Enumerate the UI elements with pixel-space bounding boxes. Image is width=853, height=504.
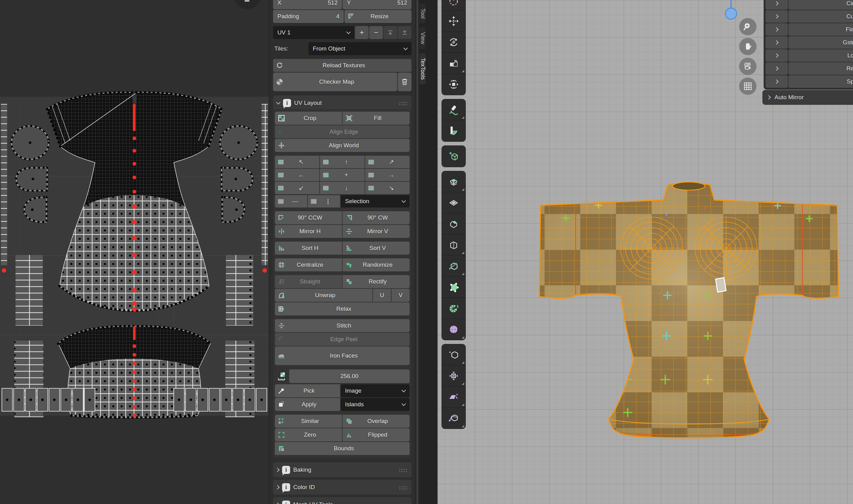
knife-tool[interactable] [442, 256, 465, 277]
texel-density-field[interactable]: 256.00 [289, 370, 410, 383]
pan-button[interactable] [739, 38, 757, 55]
section-uv-layout[interactable]: i UV Layout [273, 95, 411, 110]
shrink-fatten-tool[interactable] [442, 365, 465, 386]
list-item[interactable]: Re [765, 62, 853, 75]
drag-grip-icon[interactable] [398, 485, 408, 489]
section-color-id[interactable]: i Color ID [273, 480, 411, 495]
poly-build-tool[interactable] [442, 277, 465, 298]
panel-scrollbar[interactable] [415, 0, 420, 504]
resize-button[interactable]: Resize [344, 10, 411, 23]
centralize-button[interactable]: Centralize [275, 258, 342, 271]
pick-button[interactable]: Pick [275, 384, 340, 397]
align-right-button[interactable]: → [365, 169, 410, 181]
loop-cut-tool[interactable] [442, 234, 465, 256]
iron-faces-button[interactable]: Iron Faces [275, 346, 410, 365]
checker-map-button[interactable]: Checker Map [273, 73, 397, 91]
transform-tool[interactable] [442, 74, 465, 95]
straight-button[interactable]: Straight [275, 275, 342, 288]
uv-map-add-button[interactable]: + [355, 26, 369, 39]
drag-grip-icon[interactable] [398, 468, 408, 472]
align-top-right-button[interactable]: ↗ [365, 156, 410, 168]
fill-button[interactable]: Fill [342, 112, 410, 125]
drag-grip-icon[interactable] [398, 101, 408, 105]
info-icon[interactable]: i [282, 501, 290, 504]
list-item[interactable]: Sp [765, 75, 853, 88]
spin-tool[interactable] [442, 298, 465, 319]
info-icon[interactable]: i [283, 99, 291, 107]
rotate-ccw-button[interactable]: 90° CCW [275, 211, 342, 224]
info-icon[interactable]: i [282, 483, 290, 491]
expand-chevron-icon[interactable] [765, 10, 788, 23]
pick-mode-select[interactable]: Image [341, 384, 410, 397]
tab-textools[interactable]: TexTools [420, 53, 426, 85]
camera-view-button[interactable] [739, 58, 757, 75]
add-cube-tool[interactable] [442, 146, 465, 167]
zoom-button[interactable] [739, 18, 757, 35]
inset-faces-tool[interactable] [442, 192, 465, 213]
list-item[interactable]: Cu [765, 10, 853, 23]
list-item[interactable]: Gstr [765, 36, 853, 49]
padding-field[interactable]: Padding 4 [273, 10, 344, 23]
tiles-select[interactable]: From Object [308, 42, 411, 55]
select-zero-button[interactable]: Zero [275, 428, 342, 442]
align-top-left-button[interactable]: ↖ [275, 156, 319, 168]
rotate-tool[interactable] [442, 32, 465, 53]
align-bottom-left-button[interactable]: ↙ [275, 182, 319, 194]
sort-h-button[interactable]: Sort H [275, 241, 342, 255]
selection-mode-select[interactable]: Selection [341, 195, 410, 208]
tab-tool[interactable]: Tool [420, 3, 426, 24]
select-overlap-button[interactable]: Overlap [342, 415, 410, 428]
smooth-tool[interactable] [442, 319, 465, 340]
align-bottom-button[interactable]: ↓ [320, 182, 364, 194]
reload-textures-button[interactable]: Reload Textures [273, 59, 411, 72]
uv-editor-canvas[interactable] [0, 0, 269, 504]
align-bottom-right-button[interactable]: ↘ [365, 182, 410, 194]
crop-button[interactable]: Crop [275, 112, 342, 125]
measure-tool[interactable] [442, 120, 465, 141]
select-bounds-button[interactable]: Bounds [275, 442, 410, 455]
expand-chevron-icon[interactable] [765, 36, 788, 49]
mirror-h-button[interactable]: Mirror H [275, 225, 342, 238]
uv-map-move-bottom-button[interactable] [398, 26, 411, 39]
mirror-v-button[interactable]: Mirror V [342, 225, 410, 238]
list-item[interactable]: Fla [765, 23, 853, 36]
size-x-field[interactable]: X 512 [273, 0, 342, 9]
cursor-tool[interactable] [442, 0, 465, 11]
expand-chevron-icon[interactable] [765, 49, 788, 62]
align-world-button[interactable]: Align World [275, 139, 410, 152]
align-center-button[interactable]: + [320, 169, 364, 181]
auto-mirror-panel[interactable]: Auto Mirror [762, 90, 853, 105]
distribute-v-button[interactable]: | [308, 195, 340, 208]
align-left-button[interactable]: ← [275, 169, 319, 181]
rectify-button[interactable]: Rectify [342, 275, 410, 288]
shear-tool[interactable] [442, 386, 465, 408]
rip-region-tool[interactable] [442, 408, 465, 429]
bevel-tool[interactable] [442, 213, 465, 234]
randomize-button[interactable]: Randomize [342, 258, 410, 271]
move-tool[interactable] [442, 11, 465, 32]
select-similar-button[interactable]: Similar [275, 415, 342, 428]
edge-peel-button[interactable]: Edge Peel [275, 333, 410, 346]
expand-chevron-icon[interactable] [765, 23, 788, 36]
viewport-3d[interactable]: Cir Cu Fla Gstr Lo Re Sp Auto Mirror [438, 0, 853, 504]
extrude-region-tool[interactable] [442, 171, 465, 192]
list-item[interactable]: Cir [765, 0, 853, 10]
edge-slide-tool[interactable] [442, 344, 465, 365]
unwrap-u-button[interactable]: U [373, 289, 391, 302]
uv-map-move-top-button[interactable] [384, 26, 397, 39]
align-edge-button[interactable]: Align Edge [275, 125, 410, 138]
scale-tool[interactable] [442, 53, 465, 74]
section-mesh-uv-tools[interactable]: i Mesh UV Tools [273, 497, 411, 504]
select-flipped-button[interactable]: Flipped [342, 428, 410, 442]
size-y-field[interactable]: Y 512 [342, 0, 411, 9]
uv-map-remove-button[interactable]: − [369, 26, 383, 39]
expand-chevron-icon[interactable] [765, 62, 788, 75]
relax-button[interactable]: Relax [275, 302, 410, 316]
sort-v-button[interactable]: Sort V [342, 241, 410, 255]
apply-mode-select[interactable]: Islands [341, 398, 410, 411]
apply-button[interactable]: Apply [275, 398, 340, 411]
info-icon[interactable]: i [282, 466, 290, 474]
align-top-button[interactable]: ↑ [320, 156, 364, 168]
drag-grip-icon[interactable] [398, 503, 408, 504]
tab-view[interactable]: View [420, 27, 426, 50]
